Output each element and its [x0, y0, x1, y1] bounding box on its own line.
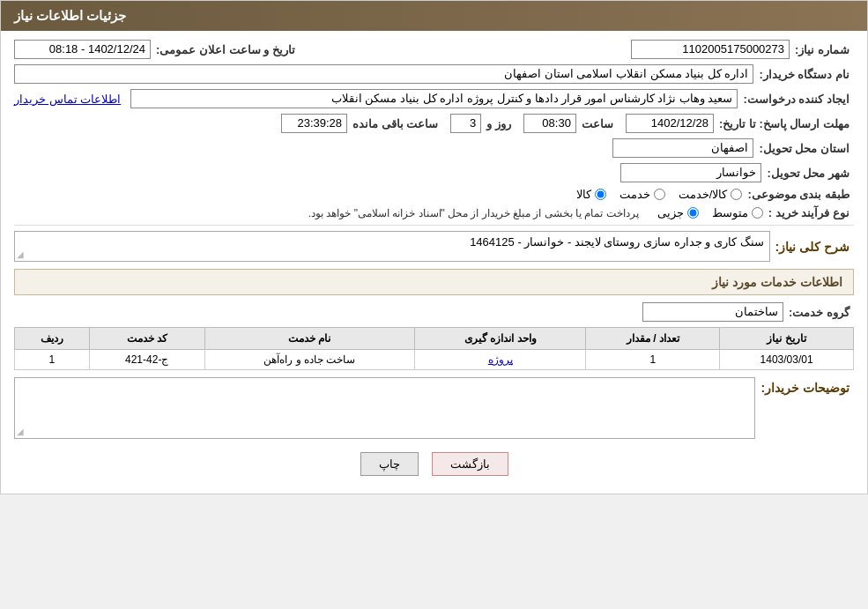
announce-date-label: تاریخ و ساعت اعلان عمومی: [156, 43, 295, 56]
category-label: طبقه بندی موضوعی: [747, 188, 849, 201]
back-button[interactable]: بازگشت [432, 452, 508, 476]
resize-handle: ◢ [17, 249, 24, 259]
col-header-row: ردیف [15, 328, 90, 350]
deadline-remaining: 23:39:28 [281, 114, 347, 133]
cell-code: ج-42-421 [89, 350, 204, 370]
radio-kala-khadamat[interactable]: کالا/خدمت [679, 188, 743, 201]
announce-date-value: 1402/12/24 - 08:18 [14, 40, 151, 59]
radio-kala-label: کالا [576, 188, 591, 201]
radio-motavaset-input[interactable] [752, 207, 763, 219]
cell-qty: 1 [586, 350, 720, 370]
row-buyer-notes: توضیحات خریدار: ◢ [14, 377, 854, 439]
row-city: شهر محل تحویل: خوانسار [14, 163, 854, 182]
col-header-name: نام خدمت [204, 328, 414, 350]
textarea-resize-handle: ◢ [17, 427, 24, 436]
action-buttons: بازگشت چاپ [14, 452, 854, 476]
unit-link[interactable]: پروژه [488, 353, 513, 366]
row-buyer-org: نام دستگاه خریدار: اداره کل بنیاد مسکن ا… [14, 64, 854, 84]
row-province: استان محل تحویل: اصفهان [14, 138, 854, 158]
request-number-label: شماره نیاز: [795, 43, 849, 56]
purchase-type-note: پرداخت تمام یا بخشی از مبلغ خریدار از مح… [308, 207, 639, 219]
row-purchase-type: نوع فرآیند خرید : متوسط جزیی پرداخت تمام… [14, 206, 854, 219]
purchase-type-label: نوع فرآیند خرید : [768, 206, 849, 219]
buyer-notes-label: توضیحات خریدار: [760, 381, 849, 395]
buyer-org-label: نام دستگاه خریدار: [759, 68, 849, 81]
cell-date: 1403/03/01 [720, 350, 854, 370]
row-deadline: مهلت ارسال پاسخ: تا تاریخ: 1402/12/28 سا… [14, 114, 854, 133]
radio-kala-khadamat-label: کالا/خدمت [679, 188, 728, 201]
row-creator: ایجاد کننده درخواست: سعید وهاب نژاد کارش… [14, 89, 854, 108]
cell-unit: پروژه [415, 350, 586, 370]
city-value: خوانسار [620, 163, 761, 182]
description-label: شرح کلی نیاز: [775, 240, 849, 254]
radio-kala-khadamat-input[interactable] [731, 189, 742, 200]
deadline-days-label: روز و [486, 117, 511, 130]
service-group-value: ساختمان [642, 302, 783, 322]
request-number-value: 1102005175000273 [631, 40, 790, 59]
page-container: جزئیات اطلاعات نیاز شماره نیاز: 11020051… [0, 0, 868, 494]
city-label: شهر محل تحویل: [767, 167, 849, 180]
col-header-unit: واحد اندازه گیری [415, 328, 586, 350]
radio-jozee[interactable]: جزیی [657, 206, 699, 219]
deadline-time: 08:30 [523, 114, 576, 133]
creator-label: ایجاد کننده درخواست: [743, 93, 849, 106]
contact-info-link[interactable]: اطلاعات تماس خریدار [14, 93, 121, 106]
col-header-code: کد خدمت [89, 328, 204, 350]
radio-motavaset[interactable]: متوسط [712, 206, 763, 219]
buyer-org-value: اداره کل بنیاد مسکن انقلاب اسلامی استان … [14, 64, 753, 84]
deadline-label: مهلت ارسال پاسخ: تا تاریخ: [719, 117, 849, 130]
province-label: استان محل تحویل: [759, 142, 849, 155]
category-radio-group: کالا/خدمت خدمت کالا [576, 188, 743, 201]
main-content: شماره نیاز: 1102005175000273 تاریخ و ساع… [1, 31, 867, 494]
radio-khadamat[interactable]: خدمت [619, 188, 665, 201]
radio-khadamat-label: خدمت [619, 188, 650, 201]
radio-motavaset-label: متوسط [712, 206, 748, 219]
description-box: سنگ کاری و جداره سازی روستای لایجند - خو… [14, 231, 770, 262]
radio-jozee-label: جزیی [657, 206, 684, 219]
description-value: سنگ کاری و جداره سازی روستای لایجند - خو… [470, 235, 763, 249]
services-table: تاریخ نیاز تعداد / مقدار واحد اندازه گیر… [14, 327, 854, 370]
cell-row: 1 [15, 350, 90, 370]
deadline-time-label: ساعت [582, 117, 613, 130]
page-header: جزئیات اطلاعات نیاز [1, 1, 867, 31]
creator-value: سعید وهاب نژاد کارشناس امور قرار دادها و… [130, 89, 738, 108]
radio-kala-input[interactable] [595, 189, 606, 200]
table-row: 1403/03/01 1 پروژه ساخت جاده و راه‌آهن ج… [15, 350, 854, 370]
row-category: طبقه بندی موضوعی: کالا/خدمت خدمت کالا [14, 188, 854, 201]
cell-name: ساخت جاده و راه‌آهن [204, 350, 414, 370]
deadline-days: 3 [450, 114, 481, 133]
province-value: اصفهان [612, 138, 753, 158]
radio-kala[interactable]: کالا [576, 188, 606, 201]
deadline-date: 1402/12/28 [626, 114, 714, 133]
radio-jozee-input[interactable] [687, 207, 699, 219]
row-description: شرح کلی نیاز: سنگ کاری و جداره سازی روست… [14, 231, 854, 262]
row-request-number: شماره نیاز: 1102005175000273 تاریخ و ساع… [14, 40, 854, 59]
buyer-notes-box: ◢ [14, 377, 755, 439]
radio-khadamat-input[interactable] [654, 189, 665, 200]
print-button[interactable]: چاپ [360, 452, 419, 476]
deadline-remaining-label: ساعت باقی مانده [352, 117, 438, 130]
service-group-label: گروه خدمت: [789, 306, 849, 319]
col-header-qty: تعداد / مقدار [586, 328, 720, 350]
purchase-type-radio-group: متوسط جزیی [657, 206, 763, 219]
page-title: جزئیات اطلاعات نیاز [14, 8, 126, 23]
services-section-header: اطلاعات خدمات مورد نیاز [14, 269, 854, 295]
row-service-group: گروه خدمت: ساختمان [14, 302, 854, 322]
col-header-date: تاریخ نیاز [720, 328, 854, 350]
